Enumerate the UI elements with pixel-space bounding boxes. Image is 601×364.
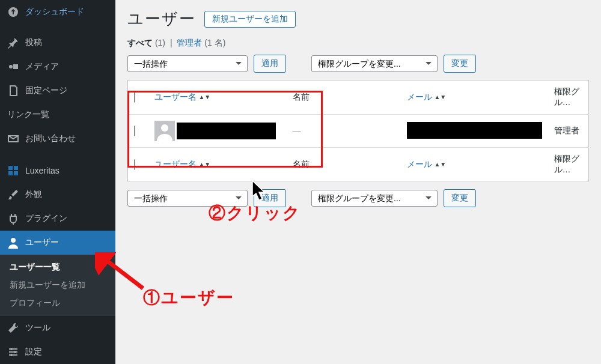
col-role[interactable]: 権限グル…	[554, 154, 579, 174]
svg-point-6	[10, 348, 13, 350]
role-change-button-bottom[interactable]: 変更	[444, 189, 476, 207]
sidebar-item-label: ツール	[25, 323, 50, 333]
col-name[interactable]: 名前	[293, 159, 310, 169]
svg-rect-3	[8, 171, 13, 175]
role-change-select-bottom[interactable]: 権限グループを変更...	[311, 190, 438, 207]
svg-point-7	[14, 351, 16, 353]
sidebar-item-links[interactable]: リンク一覧	[0, 103, 115, 127]
sidebar-item-label: お問い合わせ	[25, 133, 76, 144]
sidebar-item-pages[interactable]: 固定ページ	[0, 79, 115, 103]
col-role[interactable]: 権限グル…	[554, 86, 579, 107]
admin-sidebar: ダッシュボード 投稿 メディア 固定ページ リンク一覧 お問い合わせ Luxer…	[0, 0, 115, 364]
user-filter-links: すべて (1) | 管理者 (1 名)	[127, 38, 589, 49]
table-row: — 管理者	[128, 115, 589, 148]
sidebar-item-label: 投稿	[25, 37, 42, 48]
bulk-apply-button-bottom[interactable]: 適用	[254, 189, 286, 207]
filter-admin-count: (1 名)	[204, 38, 225, 47]
sidebar-item-media[interactable]: メディア	[0, 55, 115, 79]
col-name[interactable]: 名前	[293, 92, 310, 102]
sidebar-item-label: メディア	[25, 61, 59, 72]
sidebar-item-settings[interactable]: 設定	[0, 340, 115, 364]
pin-icon	[7, 37, 19, 49]
role-change-select-top[interactable]: 権限グループを変更...	[311, 55, 438, 72]
col-username[interactable]: ユーザー名	[154, 159, 197, 169]
main-content: ユーザー 新規ユーザーを追加 すべて (1) | 管理者 (1 名) 一括操作 …	[115, 0, 601, 364]
email-redacted	[407, 122, 542, 139]
filter-all[interactable]: すべて	[127, 38, 153, 47]
avatar	[154, 121, 175, 141]
filter-all-count: (1)	[155, 38, 165, 47]
svg-point-0	[9, 65, 13, 68]
page-title: ユーザー	[127, 8, 196, 29]
sidebar-item-label: 設定	[25, 347, 42, 357]
sort-icon: ▲▼	[434, 161, 446, 168]
sidebar-item-label: プラグイン	[25, 213, 67, 224]
sliders-icon	[7, 346, 19, 358]
sidebar-item-appearance[interactable]: 外観	[0, 183, 115, 207]
select-all-checkbox-bottom[interactable]	[134, 159, 135, 170]
users-table: ユーザー名 ▲▼ 名前 メール ▲▼ 権限グル… — 管理者	[127, 80, 589, 182]
sidebar-item-users-highlight: ユーザー	[0, 231, 115, 255]
submenu-item-profile[interactable]: プロフィール	[0, 294, 115, 312]
svg-rect-4	[14, 171, 18, 175]
sidebar-item-label: 外観	[25, 189, 42, 200]
sidebar-item-label: 固定ページ	[25, 85, 67, 96]
svg-point-9	[161, 124, 168, 132]
svg-point-5	[11, 238, 16, 243]
sidebar-item-label: リンク一覧	[7, 109, 49, 120]
sort-icon: ▲▼	[434, 94, 446, 100]
col-email[interactable]: メール	[407, 159, 432, 169]
add-new-user-button[interactable]: 新規ユーザーを追加	[204, 11, 296, 28]
user-icon	[7, 237, 19, 249]
sidebar-item-users[interactable]: ユーザー	[0, 231, 115, 255]
sidebar-item-plugins[interactable]: プラグイン	[0, 207, 115, 231]
sidebar-item-label: Luxeritas	[25, 166, 59, 175]
role-change-button-top[interactable]: 変更	[444, 55, 476, 73]
bulk-apply-button-top[interactable]: 適用	[254, 55, 286, 73]
select-all-checkbox-top[interactable]	[134, 92, 135, 103]
sidebar-item-contact[interactable]: お問い合わせ	[0, 127, 115, 151]
sidebar-item-label: ダッシュボード	[25, 7, 84, 17]
plugin-icon	[7, 213, 19, 225]
sidebar-submenu-users: ユーザー一覧 新規ユーザーを追加 プロフィール	[0, 255, 115, 316]
sidebar-item-label: ユーザー	[25, 237, 59, 248]
wrench-icon	[7, 322, 19, 334]
col-username[interactable]: ユーザー名	[154, 92, 197, 102]
sidebar-item-posts[interactable]: 投稿	[0, 31, 115, 55]
luxeritas-icon	[7, 165, 19, 177]
page-icon	[7, 85, 19, 97]
username-redacted[interactable]	[177, 123, 276, 139]
svg-point-8	[10, 354, 13, 356]
bulk-action-select-bottom[interactable]: 一括操作	[127, 190, 248, 207]
submenu-item-add-user[interactable]: 新規ユーザーを追加	[0, 276, 115, 294]
brush-icon	[7, 189, 19, 201]
sort-icon: ▲▼	[198, 161, 210, 168]
dashboard-icon	[7, 6, 19, 18]
svg-rect-1	[8, 166, 13, 170]
sidebar-item-tools[interactable]: ツール	[0, 316, 115, 340]
bulk-action-select-top[interactable]: 一括操作	[127, 55, 248, 72]
col-email[interactable]: メール	[407, 92, 432, 102]
mail-icon	[7, 133, 19, 145]
filter-admin[interactable]: 管理者	[177, 38, 202, 47]
sidebar-item-dashboard[interactable]: ダッシュボード	[0, 0, 115, 24]
svg-rect-2	[14, 166, 18, 170]
row-name: —	[293, 126, 301, 136]
row-checkbox[interactable]	[134, 126, 135, 136]
submenu-item-users-list[interactable]: ユーザー一覧	[0, 258, 115, 276]
sort-icon: ▲▼	[198, 94, 210, 100]
row-role: 管理者	[554, 126, 579, 135]
media-icon	[7, 61, 19, 73]
sidebar-item-luxeritas[interactable]: Luxeritas	[0, 159, 115, 183]
